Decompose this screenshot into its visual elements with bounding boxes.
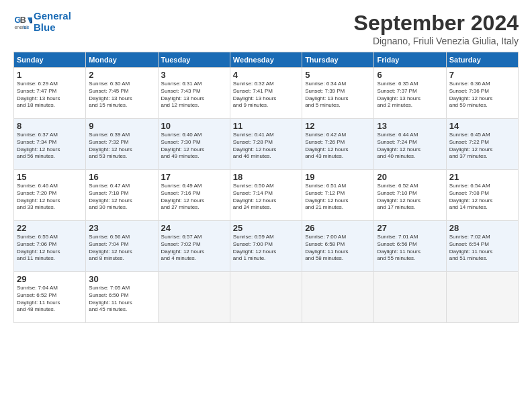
calendar-cell: 10Sunrise: 6:40 AM Sunset: 7:30 PM Dayli… [158, 119, 230, 170]
calendar-table: Sunday Monday Tuesday Wednesday Thursday… [13, 52, 519, 323]
calendar-week-2: 8Sunrise: 6:37 AM Sunset: 7:34 PM Daylig… [14, 119, 519, 170]
col-saturday: Saturday [446, 52, 518, 68]
day-number: 13 [377, 121, 443, 131]
calendar-cell [158, 272, 230, 323]
day-info: Sunrise: 6:34 AM Sunset: 7:39 PM Dayligh… [305, 81, 371, 109]
day-number: 23 [89, 223, 154, 233]
day-number: 22 [17, 223, 83, 233]
calendar-cell [302, 272, 374, 323]
day-number: 30 [89, 274, 154, 284]
calendar-cell: 30Sunrise: 7:05 AM Sunset: 6:50 PM Dayli… [86, 272, 158, 323]
svg-text:lue: lue [23, 24, 29, 29]
day-info: Sunrise: 6:35 AM Sunset: 7:37 PM Dayligh… [377, 81, 443, 109]
calendar-cell: 24Sunrise: 6:57 AM Sunset: 7:02 PM Dayli… [158, 221, 230, 272]
calendar-cell: 15Sunrise: 6:46 AM Sunset: 7:20 PM Dayli… [14, 170, 86, 221]
day-info: Sunrise: 6:42 AM Sunset: 7:26 PM Dayligh… [305, 132, 371, 161]
day-number: 14 [449, 121, 515, 131]
day-number: 19 [305, 172, 371, 182]
logo-icon: G B eneral lue [13, 13, 32, 32]
calendar-cell: 9Sunrise: 6:39 AM Sunset: 7:32 PM Daylig… [86, 119, 158, 170]
day-number: 16 [89, 172, 154, 182]
day-info: Sunrise: 7:00 AM Sunset: 6:58 PM Dayligh… [305, 234, 371, 263]
day-number: 2 [89, 70, 154, 80]
day-info: Sunrise: 6:40 AM Sunset: 7:30 PM Dayligh… [161, 132, 227, 161]
col-wednesday: Wednesday [230, 52, 302, 68]
day-info: Sunrise: 7:05 AM Sunset: 6:50 PM Dayligh… [89, 285, 154, 314]
day-number: 10 [161, 121, 227, 131]
day-number: 25 [233, 223, 299, 233]
page: G B eneral lue General Blue September 20… [0, 0, 532, 411]
calendar-week-3: 15Sunrise: 6:46 AM Sunset: 7:20 PM Dayli… [14, 170, 519, 221]
calendar-cell: 3Sunrise: 6:31 AM Sunset: 7:43 PM Daylig… [158, 68, 230, 119]
calendar-cell: 29Sunrise: 7:04 AM Sunset: 6:52 PM Dayli… [14, 272, 86, 323]
col-monday: Monday [86, 52, 158, 68]
day-info: Sunrise: 6:30 AM Sunset: 7:45 PM Dayligh… [89, 81, 154, 109]
logo-line1: General [34, 11, 71, 22]
logo: G B eneral lue General Blue [13, 11, 71, 33]
day-number: 4 [233, 70, 299, 80]
logo-line2: Blue [34, 22, 71, 34]
day-info: Sunrise: 6:44 AM Sunset: 7:24 PM Dayligh… [377, 132, 443, 161]
day-number: 26 [305, 223, 371, 233]
calendar-cell: 1Sunrise: 6:29 AM Sunset: 7:47 PM Daylig… [14, 68, 86, 119]
calendar-cell: 13Sunrise: 6:44 AM Sunset: 7:24 PM Dayli… [374, 119, 446, 170]
day-number: 12 [305, 121, 371, 131]
day-number: 17 [161, 172, 227, 182]
day-info: Sunrise: 6:41 AM Sunset: 7:28 PM Dayligh… [233, 132, 299, 161]
calendar-cell: 16Sunrise: 6:47 AM Sunset: 7:18 PM Dayli… [86, 170, 158, 221]
calendar-cell: 27Sunrise: 7:01 AM Sunset: 6:56 PM Dayli… [374, 221, 446, 272]
day-info: Sunrise: 6:55 AM Sunset: 7:06 PM Dayligh… [17, 234, 83, 263]
calendar-week-5: 29Sunrise: 7:04 AM Sunset: 6:52 PM Dayli… [14, 272, 519, 323]
day-number: 29 [17, 274, 83, 284]
title-block: September 2024 Dignano, Friuli Venezia G… [354, 11, 519, 46]
day-number: 8 [17, 121, 83, 131]
calendar-cell: 23Sunrise: 6:56 AM Sunset: 7:04 PM Dayli… [86, 221, 158, 272]
day-info: Sunrise: 6:29 AM Sunset: 7:47 PM Dayligh… [17, 81, 83, 109]
day-info: Sunrise: 6:39 AM Sunset: 7:32 PM Dayligh… [89, 132, 154, 161]
day-info: Sunrise: 6:54 AM Sunset: 7:08 PM Dayligh… [449, 183, 515, 212]
day-info: Sunrise: 6:56 AM Sunset: 7:04 PM Dayligh… [89, 234, 154, 263]
day-info: Sunrise: 6:36 AM Sunset: 7:36 PM Dayligh… [449, 81, 515, 109]
day-number: 18 [233, 172, 299, 182]
calendar-cell [374, 272, 446, 323]
col-friday: Friday [374, 52, 446, 68]
col-thursday: Thursday [302, 52, 374, 68]
location-title: Dignano, Friuli Venezia Giulia, Italy [354, 36, 519, 46]
calendar-cell: 11Sunrise: 6:41 AM Sunset: 7:28 PM Dayli… [230, 119, 302, 170]
calendar-cell: 18Sunrise: 6:50 AM Sunset: 7:14 PM Dayli… [230, 170, 302, 221]
day-info: Sunrise: 6:32 AM Sunset: 7:41 PM Dayligh… [233, 81, 299, 109]
day-number: 24 [161, 223, 227, 233]
calendar-cell: 28Sunrise: 7:02 AM Sunset: 6:54 PM Dayli… [446, 221, 518, 272]
day-number: 6 [377, 70, 443, 80]
day-info: Sunrise: 6:49 AM Sunset: 7:16 PM Dayligh… [161, 183, 227, 212]
day-info: Sunrise: 7:02 AM Sunset: 6:54 PM Dayligh… [449, 234, 515, 263]
day-number: 5 [305, 70, 371, 80]
calendar-cell [230, 272, 302, 323]
calendar-cell: 12Sunrise: 6:42 AM Sunset: 7:26 PM Dayli… [302, 119, 374, 170]
calendar-cell: 21Sunrise: 6:54 AM Sunset: 7:08 PM Dayli… [446, 170, 518, 221]
day-info: Sunrise: 6:50 AM Sunset: 7:14 PM Dayligh… [233, 183, 299, 212]
day-info: Sunrise: 6:47 AM Sunset: 7:18 PM Dayligh… [89, 183, 154, 212]
day-number: 9 [89, 121, 154, 131]
col-tuesday: Tuesday [158, 52, 230, 68]
calendar-cell: 6Sunrise: 6:35 AM Sunset: 7:37 PM Daylig… [374, 68, 446, 119]
header-row: Sunday Monday Tuesday Wednesday Thursday… [14, 52, 519, 68]
day-info: Sunrise: 6:37 AM Sunset: 7:34 PM Dayligh… [17, 132, 83, 161]
day-info: Sunrise: 6:51 AM Sunset: 7:12 PM Dayligh… [305, 183, 371, 212]
calendar-cell: 20Sunrise: 6:52 AM Sunset: 7:10 PM Dayli… [374, 170, 446, 221]
calendar-cell: 19Sunrise: 6:51 AM Sunset: 7:12 PM Dayli… [302, 170, 374, 221]
day-number: 7 [449, 70, 515, 80]
day-info: Sunrise: 7:01 AM Sunset: 6:56 PM Dayligh… [377, 234, 443, 263]
day-info: Sunrise: 7:04 AM Sunset: 6:52 PM Dayligh… [17, 285, 83, 314]
day-info: Sunrise: 6:45 AM Sunset: 7:22 PM Dayligh… [449, 132, 515, 161]
calendar-cell: 4Sunrise: 6:32 AM Sunset: 7:41 PM Daylig… [230, 68, 302, 119]
day-info: Sunrise: 6:59 AM Sunset: 7:00 PM Dayligh… [233, 234, 299, 263]
day-number: 28 [449, 223, 515, 233]
calendar-cell: 5Sunrise: 6:34 AM Sunset: 7:39 PM Daylig… [302, 68, 374, 119]
day-number: 15 [17, 172, 83, 182]
day-info: Sunrise: 6:46 AM Sunset: 7:20 PM Dayligh… [17, 183, 83, 212]
day-number: 27 [377, 223, 443, 233]
calendar-week-4: 22Sunrise: 6:55 AM Sunset: 7:06 PM Dayli… [14, 221, 519, 272]
calendar-cell: 7Sunrise: 6:36 AM Sunset: 7:36 PM Daylig… [446, 68, 518, 119]
calendar-cell: 14Sunrise: 6:45 AM Sunset: 7:22 PM Dayli… [446, 119, 518, 170]
